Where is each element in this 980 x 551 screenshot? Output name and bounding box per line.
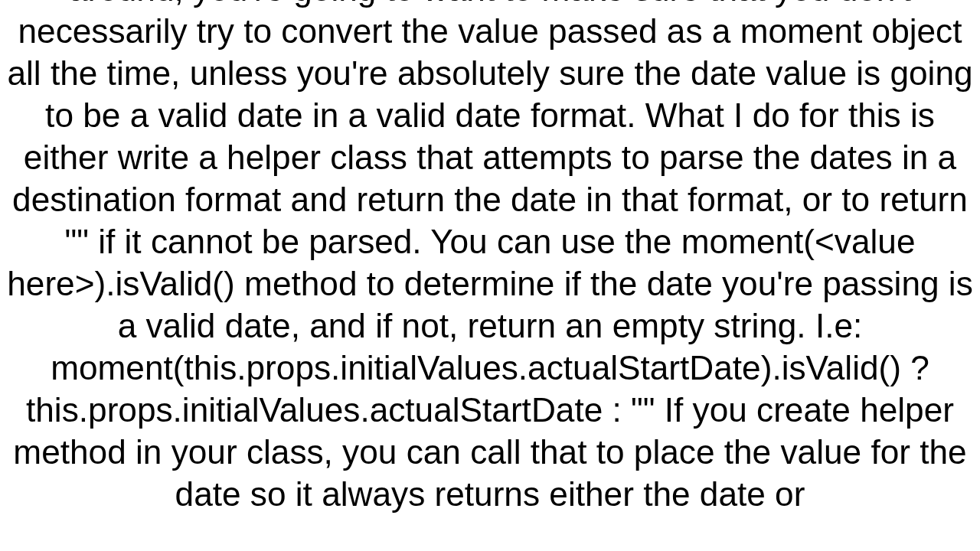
body-paragraph: around, you're going to want to make sur… bbox=[4, 0, 976, 515]
document-page: around, you're going to want to make sur… bbox=[0, 0, 980, 551]
